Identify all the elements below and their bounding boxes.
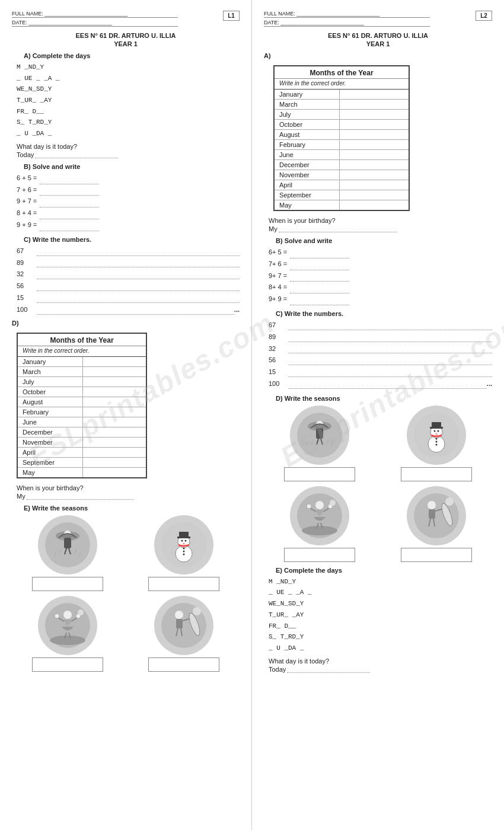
autumn-illustration xyxy=(44,521,91,569)
year-title-right: YEAR 1 xyxy=(264,40,492,47)
day-item: T_UR_ _AY xyxy=(269,609,492,621)
day-item: FR_ D__ xyxy=(269,621,492,632)
month-row: August xyxy=(18,397,146,407)
season-box-winter-r xyxy=(401,467,472,481)
math-item: 7 + 6 = xyxy=(17,184,240,196)
svg-point-65 xyxy=(435,440,437,442)
svg-point-23 xyxy=(50,636,85,645)
months-subtitle-left: Write in the correct order. xyxy=(18,346,146,357)
name-date-left: FULL NAME: ____________________________ … xyxy=(12,11,218,28)
number-item: 15 xyxy=(17,292,240,304)
section-e-title-left: E) Write the seasons xyxy=(12,505,240,512)
season-winter-left xyxy=(128,515,240,591)
month-row: February xyxy=(18,407,146,417)
sheet-label-right: L2 xyxy=(476,11,492,21)
year-title-left: YEAR 1 xyxy=(12,40,240,47)
math-list-left: 6 + 5 = 7 + 6 = 9 + 7 = 8 + 4 = 9 + 9 = xyxy=(17,173,240,231)
school-title-right: EES N° 61 DR. ARTURO U. ILLIA xyxy=(264,32,492,39)
month-row: March xyxy=(275,100,409,110)
day-item: WE_N_SD_Y xyxy=(17,84,240,95)
number-item: 89 xyxy=(17,257,240,269)
section-b-title-left: B) Solve and write xyxy=(12,163,240,170)
sheet-label-left: L1 xyxy=(223,11,240,21)
month-row: April xyxy=(275,180,409,190)
month-row: September xyxy=(18,458,146,468)
month-row: May xyxy=(18,468,146,477)
section-a-title-left: A) Complete the days xyxy=(12,52,240,59)
svg-point-27 xyxy=(55,614,59,618)
svg-point-41 xyxy=(193,607,201,615)
month-row: November xyxy=(18,438,146,448)
day-item: _ U _DA _ xyxy=(17,128,240,139)
season-winter-right xyxy=(381,406,493,481)
seasons-grid-left xyxy=(12,515,240,672)
season-box-winter xyxy=(148,577,219,591)
months-subtitle-right: Write in the correct order. xyxy=(275,79,409,90)
section-d-title-right: D) Write the seasons xyxy=(264,395,492,402)
my-line-left: My xyxy=(17,493,240,500)
month-row: November xyxy=(275,170,409,180)
svg-rect-36 xyxy=(176,619,183,628)
day-item: _ U _DA _ xyxy=(269,643,492,654)
school-title-left: EES N° 61 DR. ARTURO U. ILLIA xyxy=(12,32,240,39)
math-item: 7+ 6 = xyxy=(269,258,492,270)
number-item: 15 xyxy=(269,366,492,378)
math-item: 6+ 5 = xyxy=(269,247,492,258)
svg-point-66 xyxy=(435,443,437,445)
season-circle-spring-r xyxy=(290,486,349,545)
season-spring-left xyxy=(12,596,123,672)
right-column: FULL NAME: ____________________________ … xyxy=(252,0,504,830)
autumn-illustration-r xyxy=(296,411,343,459)
season-circle-winter xyxy=(154,515,213,574)
day-item: FR_ D__ xyxy=(17,106,240,117)
season-autumn-right xyxy=(264,406,376,481)
svg-point-68 xyxy=(302,526,337,535)
season-circle-autumn xyxy=(38,515,97,574)
days-list-left: M _ND_Y _ UE _ _A _ WE_N_SD_Y T_UR_ _AY … xyxy=(17,62,240,139)
season-circle-winter-r xyxy=(407,406,466,465)
svg-point-19 xyxy=(183,547,185,549)
day-item: S_ T_RD_Y xyxy=(269,631,492,643)
svg-point-21 xyxy=(183,553,185,555)
section-a-label-right: A) xyxy=(264,52,492,59)
number-item: 67 xyxy=(17,245,240,257)
month-row: December xyxy=(275,160,409,170)
number-item: 100... xyxy=(269,378,492,390)
month-row: July xyxy=(18,377,146,387)
season-box-autumn-r xyxy=(284,467,355,481)
month-row: June xyxy=(18,417,146,427)
day-item: _ UE _ _A _ xyxy=(269,587,492,598)
month-row: March xyxy=(18,367,146,377)
section-d-left: D) Months of the Year Write in the corre… xyxy=(12,320,240,482)
season-circle-summer-r xyxy=(407,486,466,545)
season-circle-spring xyxy=(38,596,97,655)
season-box-spring xyxy=(32,657,103,672)
section-c-title-left: C) Write the numbers. xyxy=(12,236,240,243)
section-d-label-left: D) xyxy=(12,320,240,327)
month-row: May xyxy=(275,200,409,210)
summer-illustration-r xyxy=(413,492,460,540)
seasons-grid-right xyxy=(264,406,492,562)
month-row: October xyxy=(275,120,409,130)
winter-illustration xyxy=(160,521,208,569)
svg-point-61 xyxy=(433,430,435,432)
svg-point-24 xyxy=(63,611,72,619)
months-title-left: Months of the Year xyxy=(18,334,146,346)
month-row: August xyxy=(275,130,409,140)
svg-rect-60 xyxy=(430,427,443,429)
svg-point-84 xyxy=(445,497,454,506)
section-e-title-right: E) Complete the days xyxy=(264,567,492,574)
month-row: January xyxy=(275,90,409,100)
what-day-right: What day is it today? xyxy=(269,657,492,665)
date-label-left: DATE: ____________________________ xyxy=(12,20,178,27)
month-row: July xyxy=(275,110,409,120)
number-item: 67 xyxy=(269,320,492,331)
day-item: _ UE _ _A _ xyxy=(17,73,240,84)
day-item: WE_N_SD_Y xyxy=(269,598,492,609)
svg-point-72 xyxy=(307,504,311,509)
fullname-label-left: FULL NAME: ____________________________ xyxy=(12,11,178,18)
season-box-summer-r xyxy=(401,548,472,562)
section-c-title-right: C) Write the numbers. xyxy=(264,310,492,317)
number-item: 100... xyxy=(17,304,240,316)
svg-point-16 xyxy=(181,540,183,541)
